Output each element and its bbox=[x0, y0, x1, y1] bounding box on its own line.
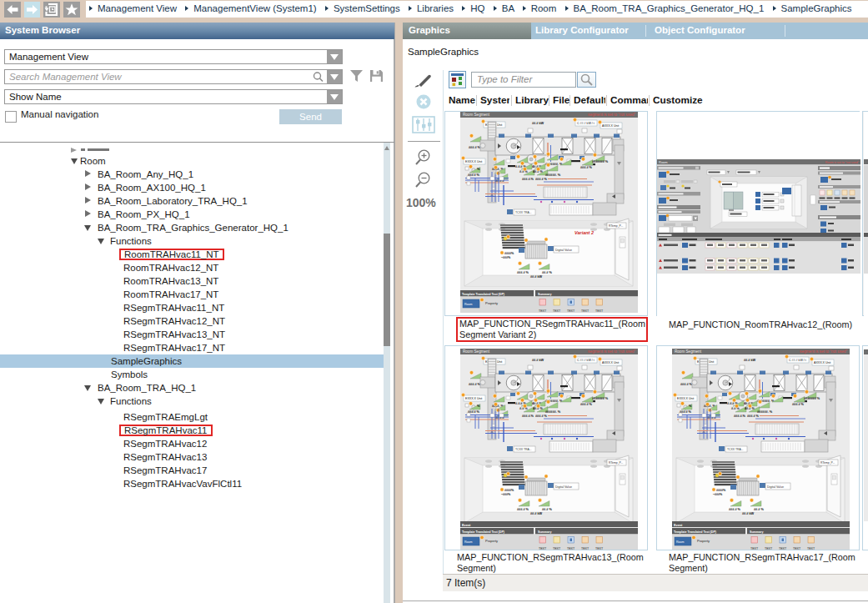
svg-text:Variant 2: Variant 2 bbox=[574, 230, 594, 235]
svg-text:Event: Event bbox=[674, 524, 683, 527]
svg-text:Event: Event bbox=[462, 524, 471, 527]
